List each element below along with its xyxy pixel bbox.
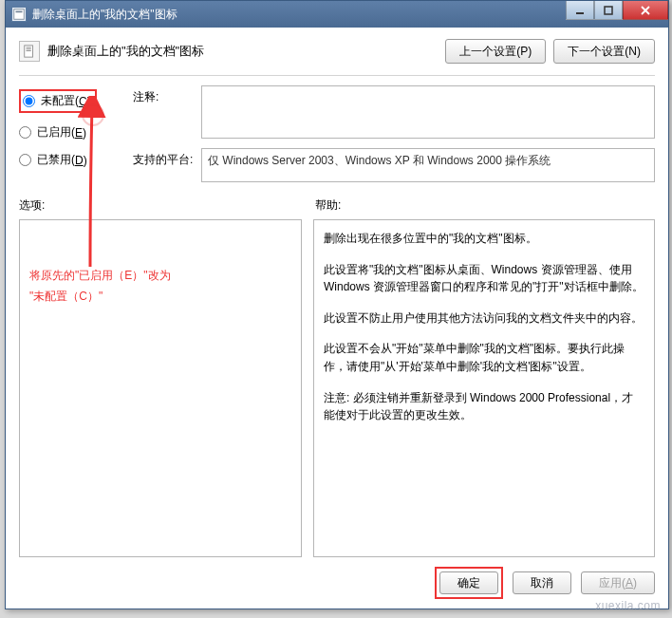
help-paragraph: 注意: 必须注销并重新登录到 Windows 2000 Professional…	[324, 389, 644, 424]
maximize-button[interactable]	[594, 1, 623, 20]
comment-textarea[interactable]	[201, 85, 655, 139]
svg-rect-5	[27, 47, 31, 48]
svg-rect-2	[576, 12, 584, 14]
platform-label: 支持的平台:	[133, 148, 201, 182]
svg-rect-1	[16, 11, 23, 13]
apply-button[interactable]: 应用(A)	[581, 571, 655, 594]
options-label: 选项:	[19, 198, 45, 212]
policy-icon	[19, 41, 40, 62]
radio-enabled-input[interactable]	[19, 126, 31, 139]
radio-not-configured-input[interactable]	[23, 95, 35, 107]
radio-enabled[interactable]: 已启用(E)	[19, 124, 133, 140]
svg-rect-0	[14, 9, 25, 20]
svg-rect-6	[27, 48, 31, 49]
radio-disabled-input[interactable]	[19, 154, 31, 166]
comment-label: 注释:	[133, 85, 201, 139]
policy-title: 删除桌面上的"我的文档"图标	[47, 43, 204, 60]
next-setting-button[interactable]: 下一个设置(N)	[553, 39, 655, 64]
help-paragraph: 删除出现在很多位置中的"我的文档"图标。	[324, 230, 644, 248]
help-paragraph: 此设置不会从"开始"菜单中删除"我的文档"图标。要执行此操作，请使用"从'开始'…	[324, 340, 644, 375]
annotation-highlight-ok: 确定	[435, 567, 503, 599]
help-panel[interactable]: 删除出现在很多位置中的"我的文档"图标。 此设置将"我的文档"图标从桌面、Win…	[313, 219, 655, 557]
cancel-button[interactable]: 取消	[513, 571, 571, 594]
app-icon	[11, 7, 27, 22]
options-panel: 将原先的"已启用（E）"改为 "未配置（C）"	[19, 219, 302, 557]
supported-platforms: 仅 Windows Server 2003、Windows XP 和 Windo…	[201, 148, 655, 182]
policy-editor-window: 删除桌面上的"我的文档"图标 删除桌面上的"我的文档"图标 上一个设置(P) 下…	[5, 0, 669, 609]
minimize-button[interactable]	[566, 1, 594, 20]
help-paragraph: 此设置将"我的文档"图标从桌面、Windows 资源管理器、使用 Windows…	[324, 261, 644, 296]
state-radio-group: 未配置(C) 已启用(E) 已禁用(D)	[19, 85, 133, 192]
close-button[interactable]	[623, 1, 668, 20]
separator	[19, 75, 655, 76]
help-label: 帮助:	[315, 198, 341, 212]
radio-disabled[interactable]: 已禁用(D)	[19, 152, 133, 168]
radio-not-configured[interactable]: 未配置(C)	[19, 89, 133, 113]
svg-rect-7	[27, 50, 31, 51]
watermark: xuexila.com	[595, 599, 661, 612]
annotation-highlight-radio: 未配置(C)	[19, 89, 97, 113]
svg-rect-3	[605, 7, 612, 14]
annotation-text: 将原先的"已启用（E）"改为 "未配置（C）"	[29, 266, 291, 307]
help-paragraph: 此设置不防止用户使用其他方法访问我的文档文件夹中的内容。	[324, 309, 644, 328]
previous-setting-button[interactable]: 上一个设置(P)	[445, 39, 546, 64]
ok-button[interactable]: 确定	[439, 571, 498, 594]
titlebar[interactable]: 删除桌面上的"我的文档"图标	[6, 1, 668, 28]
